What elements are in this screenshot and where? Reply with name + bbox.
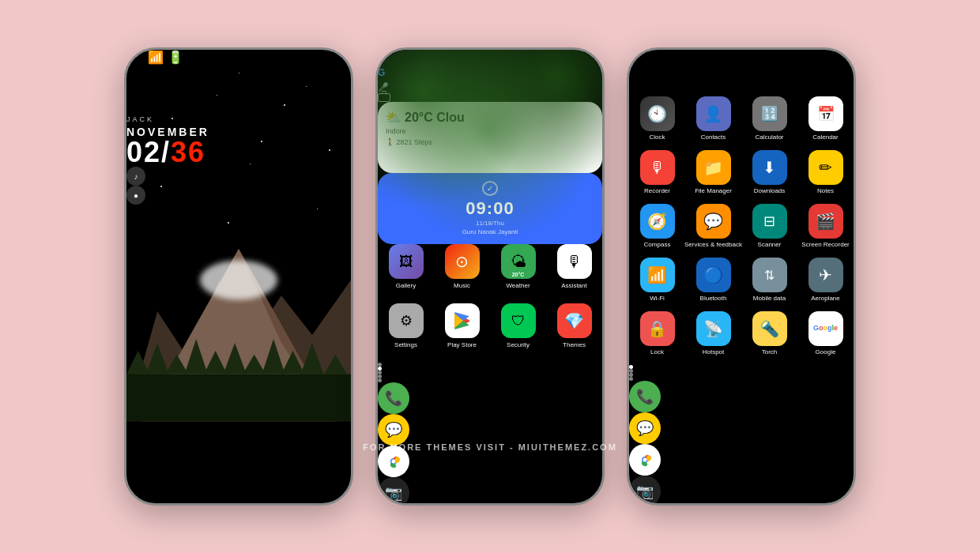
wifi-label: Wi-Fi: [650, 295, 665, 302]
playstore-label: Play Store: [447, 341, 477, 348]
app3-scanner[interactable]: ⊟ Scanner: [747, 204, 793, 248]
airplane-label: Aeroplane: [811, 295, 839, 302]
bluetooth-icon: 🔵: [696, 258, 731, 292]
recorder-label: Recorder: [644, 187, 670, 194]
app3-filemanager[interactable]: 📁 File Manager: [691, 150, 737, 194]
dock-camera[interactable]: 📷: [378, 477, 409, 503]
app3-airplane[interactable]: ✈ Aeroplane: [803, 258, 849, 302]
phone2-leaves2: [378, 50, 602, 322]
wifi-icon: 📶: [640, 258, 675, 292]
phone1-signal: ▌▌: [126, 51, 145, 64]
svg-point-17: [392, 460, 396, 464]
app3-services[interactable]: 💬 Services & feedback: [691, 204, 737, 248]
svg-point-19: [643, 458, 647, 462]
scanner-icon: ⊟: [752, 204, 787, 239]
app3-screenrec[interactable]: 🎬 Screen Recorder: [803, 204, 849, 248]
hotspot-icon: 📡: [696, 311, 731, 346]
bluetooth-label: Bluetooth: [700, 295, 727, 302]
phone3-row-3: 🧭 Compass 💬 Services & feedback ⊟: [629, 204, 854, 248]
dock-phone[interactable]: 📞: [378, 382, 409, 414]
settings-label: Settings: [394, 341, 417, 348]
contacts-label: Contacts: [701, 134, 726, 141]
app3-notes[interactable]: ✏ Notes: [803, 150, 849, 194]
scanner-label: Scanner: [758, 241, 782, 248]
phone3-signal: ▌▌▌: [629, 65, 656, 78]
app3-calendar[interactable]: 📅 Calendar: [803, 96, 849, 141]
phone3-status-bar: 9:00 PM ▌▌▌ ⊜ ▪: [629, 50, 854, 79]
filemanager-label: File Manager: [695, 187, 732, 194]
dock3-chrome[interactable]: [629, 444, 661, 476]
downloads-icon: ⬇: [752, 150, 787, 185]
filemanager-icon: 📁: [696, 150, 731, 185]
notes-icon: ✏: [808, 150, 843, 185]
services-icon: 💬: [696, 204, 731, 239]
phone2-dots: [378, 363, 602, 382]
screenrec-icon: 🎬: [808, 204, 843, 239]
dock-messages[interactable]: 💬: [378, 414, 409, 446]
dock3-camera[interactable]: 📷: [629, 476, 661, 503]
phone2-dock: 📞 💬 📷: [378, 382, 602, 503]
phones-container: ▌▌ 📶 🔋 Friday 12 JACK NOVEMBER 02/36 ♪ ●: [124, 47, 856, 506]
app3-calculator[interactable]: 🔢 Calculator: [747, 96, 793, 141]
calculator-icon: 🔢: [752, 96, 787, 131]
phone1-music-icon[interactable]: ♪: [126, 167, 145, 186]
recorder-icon: 🎙: [640, 150, 675, 185]
compass-label: Compass: [644, 241, 671, 248]
phone3-row-4: 📶 Wi-Fi 🔵 Bluetooth ⇅ Mob: [629, 258, 854, 302]
app3-recorder[interactable]: 🎙 Recorder: [635, 150, 680, 194]
clock-label: Clock: [649, 134, 665, 141]
phone3-battery: ▪: [673, 65, 678, 78]
phone3-dots: [629, 365, 854, 381]
torch-label: Torch: [762, 348, 778, 356]
app3-torch[interactable]: 🔦 Torch: [747, 311, 793, 356]
lock-label: Lock: [650, 348, 664, 356]
app3-mobiledata[interactable]: ⇅ Mobile data: [747, 258, 793, 302]
themes-label: Themes: [563, 341, 586, 348]
svg-point-3: [200, 261, 277, 300]
phone3-wifi: ⊜: [659, 65, 669, 78]
hotspot-label: Hotspot: [703, 348, 725, 356]
phone1-user-name: JACK: [126, 115, 351, 123]
clock-icon: 🕙: [640, 96, 675, 131]
phone3-status-icons: ▌▌▌ ⊜ ▪: [629, 64, 854, 79]
phone3-time: 9:00 PM: [629, 50, 677, 63]
app3-clock[interactable]: 🕙 Clock: [635, 96, 680, 141]
airplane-icon: ✈: [808, 258, 843, 292]
security-label: Security: [507, 341, 530, 348]
phone3-row-1: 🕙 Clock 👤 Contacts 🔢 Cal: [629, 96, 854, 141]
phone1-status-bar: ▌▌ 📶 🔋: [126, 50, 351, 65]
torch-icon: 🔦: [752, 311, 787, 346]
phone-1: ▌▌ 📶 🔋 Friday 12 JACK NOVEMBER 02/36 ♪ ●: [124, 47, 353, 506]
phone1-mountain: [126, 217, 351, 421]
downloads-label: Downloads: [754, 187, 786, 194]
app3-downloads[interactable]: ⬇ Downloads: [747, 150, 793, 194]
phone-3: 9:00 PM ▌▌▌ ⊜ ▪ 🕙 Clock: [627, 47, 856, 506]
app3-contacts[interactable]: 👤 Contacts: [691, 96, 737, 141]
mobiledata-label: Mobile data: [753, 295, 786, 302]
dock3-phone[interactable]: 📞: [629, 381, 661, 412]
phone1-big-time: 02/36: [126, 138, 351, 167]
dock3-messages[interactable]: 💬: [629, 412, 661, 444]
app3-lock[interactable]: 🔒 Lock: [635, 311, 680, 356]
phone1-wifi: 📶: [148, 51, 164, 64]
phone1-lock-icon[interactable]: ●: [126, 186, 145, 205]
app3-hotspot[interactable]: 📡 Hotspot: [691, 311, 737, 356]
compass-icon: 🧭: [640, 204, 675, 239]
services-label: Services & feedback: [684, 241, 742, 248]
phone1-time-red: 36: [171, 136, 205, 168]
calculator-label: Calculator: [755, 134, 783, 141]
phone1-battery: 🔋: [168, 51, 183, 64]
google-icon: Google: [808, 311, 843, 346]
calendar-label: Calendar: [812, 134, 838, 141]
notes-label: Notes: [817, 187, 834, 194]
phone3-dock: 📞 💬 📷: [629, 381, 854, 503]
phone3-row-5: 🔒 Lock 📡 Hotspot 🔦 Torch: [629, 311, 854, 356]
app3-bluetooth[interactable]: 🔵 Bluetooth: [691, 258, 737, 302]
dock-chrome[interactable]: [378, 446, 409, 477]
phone-2: ▌▌▌ ⊜ ▪ G 🎤 ⛅ 20°C Clou Ind: [375, 47, 605, 506]
screenrec-label: Screen Recorder: [801, 241, 849, 248]
app3-compass[interactable]: 🧭 Compass: [635, 204, 680, 248]
phone3-app-grid: 🕙 Clock 👤 Contacts 🔢 Cal: [629, 96, 854, 356]
app3-google[interactable]: Google Google: [803, 311, 849, 356]
app3-wifi[interactable]: 📶 Wi-Fi: [635, 258, 680, 302]
